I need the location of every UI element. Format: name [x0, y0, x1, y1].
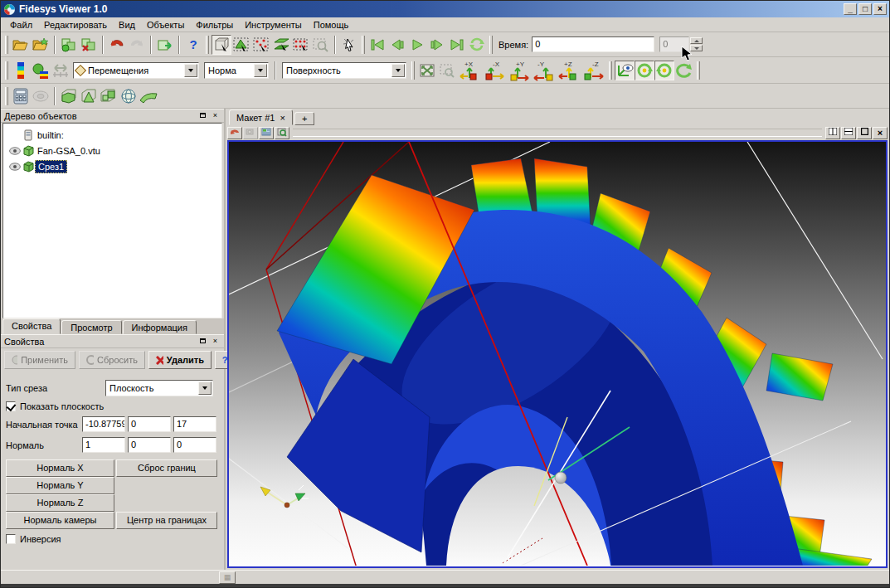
visibility-eye-icon[interactable]	[8, 147, 22, 155]
viewport-legend-button[interactable]	[259, 127, 274, 139]
dropdown-arrow-icon[interactable]	[198, 381, 212, 395]
component-selector[interactable]: Норма	[204, 62, 269, 79]
menu-view[interactable]: Вид	[113, 18, 141, 32]
select-points-through-button[interactable]	[291, 35, 311, 55]
tree-item-source[interactable]: Fan-GSA_0.vtu	[3, 143, 221, 158]
normal-z-button[interactable]: Нормаль Z	[6, 494, 114, 512]
maximize-view-button[interactable]	[857, 127, 872, 139]
origin-x-input[interactable]: -10.877592	[82, 416, 125, 432]
viewport-capture-button[interactable]	[227, 127, 242, 139]
select-cells-button[interactable]	[231, 35, 251, 55]
play-button[interactable]	[407, 35, 427, 55]
reset-camera-button[interactable]	[417, 61, 437, 80]
zoom-to-data-button[interactable]	[437, 61, 457, 80]
view-minus-x-button[interactable]: -X	[482, 60, 507, 81]
view-plus-x-button[interactable]: +X	[457, 60, 482, 81]
origin-y-input[interactable]: 0	[128, 416, 171, 432]
tree-item-slice[interactable]: Срез1	[3, 158, 221, 174]
menu-help[interactable]: Помощь	[308, 18, 355, 32]
threshold-filter-button[interactable]	[99, 86, 119, 106]
first-frame-button[interactable]	[367, 35, 387, 55]
menu-file[interactable]: Файл	[4, 18, 38, 32]
rescale-range-button[interactable]	[51, 61, 71, 80]
dock-float-button[interactable]	[197, 111, 208, 121]
undo-button[interactable]	[107, 35, 127, 55]
previous-frame-button[interactable]	[387, 35, 407, 55]
menu-filters[interactable]: Фильтры	[190, 18, 239, 32]
dropdown-arrow-icon[interactable]	[184, 64, 197, 77]
redo-button[interactable]	[127, 35, 147, 55]
interactive-select-button[interactable]	[339, 35, 359, 55]
normal-x-button[interactable]: Нормаль X	[6, 459, 114, 477]
menu-edit[interactable]: Редактировать	[38, 18, 113, 32]
new-layout-tab[interactable]: +	[294, 112, 314, 125]
tree-item-builtin[interactable]: builtin:	[3, 127, 221, 143]
reset-button[interactable]: Сбросить	[79, 351, 145, 369]
delete-state-button[interactable]	[79, 35, 99, 55]
dock-close-button[interactable]: ×	[210, 337, 221, 347]
zoom-to-selection-button[interactable]	[311, 35, 331, 55]
toggle-color-legend-button[interactable]	[11, 61, 31, 80]
slice-filter-button[interactable]	[79, 86, 99, 106]
slice-type-selector[interactable]: Плоскость	[105, 380, 213, 396]
select-surface-cells-button[interactable]	[212, 35, 231, 55]
toolbar-handle[interactable]	[362, 36, 365, 54]
last-frame-button[interactable]	[447, 35, 467, 55]
open-file-button[interactable]	[11, 35, 31, 55]
normal-z-input[interactable]: 0	[173, 437, 216, 453]
viewport-zoom-button[interactable]	[275, 127, 289, 139]
menu-objects[interactable]: Объекты	[141, 18, 190, 32]
split-vertical-button[interactable]	[841, 127, 856, 139]
toolbar-handle[interactable]	[609, 61, 612, 80]
center-on-bounds-button[interactable]: Центр на границах	[116, 512, 217, 529]
tab-information[interactable]: Информация	[123, 320, 197, 334]
toolbar-handle[interactable]	[489, 36, 493, 54]
spin-up-icon[interactable]	[690, 37, 703, 44]
delete-button[interactable]: Удалить	[148, 351, 212, 369]
maximize-button[interactable]: □	[858, 3, 872, 15]
viewport-link-camera-button[interactable]	[243, 127, 258, 139]
normal-y-input[interactable]: 0	[128, 437, 171, 453]
field-selector[interactable]: Перемещения	[73, 62, 199, 79]
tab-display[interactable]: Просмотр	[61, 320, 121, 334]
menu-tools[interactable]: Инструменты	[239, 18, 308, 32]
view-minus-y-button[interactable]: -Y	[532, 60, 557, 81]
layout-tab[interactable]: Макет #1 ×	[229, 109, 293, 125]
select-points-button[interactable]	[251, 35, 271, 55]
warp-filter-button[interactable]	[139, 86, 158, 106]
rotate-clockwise-button[interactable]	[635, 61, 654, 80]
toolbar-handle[interactable]	[697, 61, 700, 80]
view-plus-y-button[interactable]: +Y	[507, 60, 532, 81]
toolbar-handle[interactable]	[5, 36, 8, 54]
show-plane-checkbox[interactable]	[6, 401, 16, 411]
calculator-filter-button[interactable]	[11, 86, 31, 106]
load-state-button[interactable]	[59, 35, 79, 55]
rotate-90-button[interactable]	[674, 61, 694, 80]
help-button[interactable]: ?	[183, 35, 203, 55]
edit-color-map-button[interactable]	[31, 61, 51, 80]
show-center-axes-button[interactable]	[615, 61, 635, 80]
normal-y-button[interactable]: Нормаль Y	[6, 477, 114, 494]
close-button[interactable]: ×	[873, 3, 887, 15]
layout-tab-close-icon[interactable]: ×	[280, 113, 285, 123]
representation-selector[interactable]: Поверхность	[282, 62, 406, 79]
toolbar-handle[interactable]	[5, 61, 8, 80]
reset-bounds-button[interactable]: Сброс границ	[116, 459, 217, 477]
toolbar-handle[interactable]	[5, 87, 8, 105]
widget-center-handle[interactable]	[555, 472, 567, 484]
render-viewport[interactable]	[227, 140, 888, 568]
open-recent-button[interactable]	[31, 35, 51, 55]
time-input[interactable]: 0	[532, 36, 654, 52]
select-cells-through-button[interactable]	[271, 35, 291, 55]
contour-filter-button[interactable]	[119, 86, 139, 106]
view-plus-z-button[interactable]: +Z	[557, 60, 581, 81]
loop-button[interactable]	[467, 35, 487, 55]
export-data-button[interactable]	[155, 35, 175, 55]
render-view-titlebar[interactable]	[293, 129, 822, 137]
normal-x-input[interactable]: 1	[82, 437, 125, 453]
visibility-eye-icon[interactable]	[8, 163, 22, 171]
split-horizontal-button[interactable]	[825, 127, 840, 139]
progress-abort-button[interactable]: ▦	[219, 571, 236, 584]
dropdown-arrow-icon[interactable]	[254, 64, 267, 77]
minimize-button[interactable]: _	[844, 3, 857, 15]
